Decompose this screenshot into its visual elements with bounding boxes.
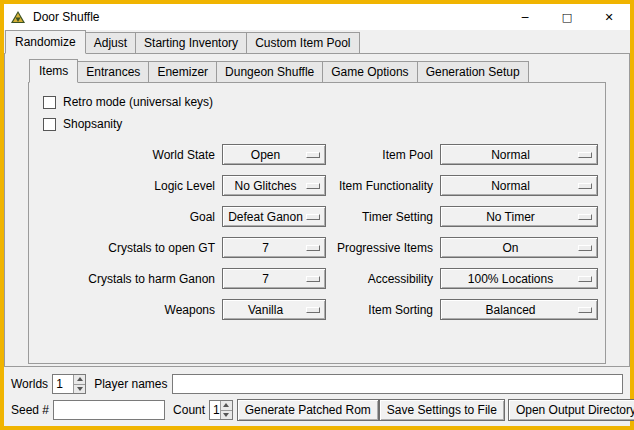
weapons-label: Weapons bbox=[43, 303, 215, 317]
crystals-open-gt-label: Crystals to open GT bbox=[43, 241, 215, 255]
dropdown-indicator-icon bbox=[306, 245, 320, 251]
worlds-label: Worlds bbox=[11, 377, 48, 391]
count-spinbox[interactable]: 1 bbox=[209, 400, 233, 420]
maximize-button[interactable]: □ bbox=[546, 4, 588, 30]
accessibility-value: 100% Locations bbox=[468, 272, 553, 286]
tab-adjust[interactable]: Adjust bbox=[85, 32, 136, 54]
worlds-row: Worlds 1 Player names bbox=[8, 374, 625, 394]
dropdown-indicator-icon bbox=[578, 214, 592, 220]
client-area: Randomize Adjust Starting Inventory Cust… bbox=[4, 30, 630, 426]
window-controls: ─ □ ✕ bbox=[504, 4, 630, 30]
retro-mode-checkbox[interactable]: Retro mode (universal keys) bbox=[43, 91, 601, 113]
goal-value: Defeat Ganon bbox=[228, 210, 303, 224]
count-value: 1 bbox=[210, 401, 220, 419]
checkbox-box bbox=[43, 118, 56, 131]
timer-setting-dropdown[interactable]: No Timer bbox=[440, 206, 598, 227]
app-icon bbox=[10, 9, 26, 25]
checkbox-box bbox=[43, 96, 56, 109]
goal-dropdown[interactable]: Defeat Ganon bbox=[222, 206, 326, 227]
seed-row: Seed # Count 1 Generate Patched Rom Save… bbox=[8, 399, 625, 421]
bottom-bar: Worlds 1 Player names Seed # Count 1 bbox=[4, 367, 630, 421]
items-pane: Retro mode (universal keys) Shopsanity W… bbox=[28, 82, 606, 364]
progressive-items-dropdown[interactable]: On bbox=[440, 237, 598, 258]
crystals-open-gt-value: 7 bbox=[262, 241, 269, 255]
dropdown-indicator-icon bbox=[306, 307, 320, 313]
dropdown-indicator-icon bbox=[306, 152, 320, 158]
dropdown-indicator-icon bbox=[578, 307, 592, 313]
progressive-items-label: Progressive Items bbox=[333, 241, 433, 255]
tab-items[interactable]: Items bbox=[29, 59, 78, 83]
crystals-harm-ganon-value: 7 bbox=[262, 272, 269, 286]
retro-mode-label: Retro mode (universal keys) bbox=[63, 95, 213, 109]
dropdown-indicator-icon bbox=[578, 276, 592, 282]
tab-generation-setup[interactable]: Generation Setup bbox=[417, 61, 529, 83]
weapons-value: Vanilla bbox=[248, 303, 283, 317]
main-tabstrip: Randomize Adjust Starting Inventory Cust… bbox=[4, 30, 630, 54]
tab-enemizer[interactable]: Enemizer bbox=[148, 61, 217, 83]
shopsanity-label: Shopsanity bbox=[63, 117, 122, 131]
worlds-value: 1 bbox=[53, 375, 73, 393]
seed-input[interactable] bbox=[53, 400, 165, 420]
tab-game-options[interactable]: Game Options bbox=[322, 61, 417, 83]
goal-label: Goal bbox=[43, 210, 215, 224]
player-names-label: Player names bbox=[94, 377, 167, 391]
item-sorting-label: Item Sorting bbox=[333, 303, 433, 317]
dropdown-indicator-icon bbox=[306, 276, 320, 282]
window: Door Shuffle ─ □ ✕ Randomize Adjust Star… bbox=[0, 0, 634, 430]
dropdown-indicator-icon bbox=[306, 183, 320, 189]
randomize-pane: Items Entrances Enemizer Dungeon Shuffle… bbox=[4, 53, 630, 367]
tab-starting-inventory[interactable]: Starting Inventory bbox=[135, 32, 247, 54]
crystals-open-gt-dropdown[interactable]: 7 bbox=[222, 237, 326, 258]
generate-patched-rom-button[interactable]: Generate Patched Rom bbox=[237, 399, 379, 421]
worlds-spinbox[interactable]: 1 bbox=[52, 374, 86, 394]
item-sorting-value: Balanced bbox=[485, 303, 535, 317]
seed-label: Seed # bbox=[11, 403, 49, 417]
options-grid: World State Open Item Pool Normal Logic … bbox=[37, 144, 601, 320]
player-names-input[interactable] bbox=[172, 374, 624, 394]
shopsanity-checkbox[interactable]: Shopsanity bbox=[43, 113, 601, 135]
item-functionality-value: Normal bbox=[491, 179, 530, 193]
spinner-arrows bbox=[220, 401, 232, 419]
tab-entrances[interactable]: Entrances bbox=[77, 61, 149, 83]
crystals-harm-ganon-label: Crystals to harm Ganon bbox=[43, 272, 215, 286]
minimize-button[interactable]: ─ bbox=[504, 4, 546, 30]
dropdown-indicator-icon bbox=[306, 214, 320, 220]
titlebar: Door Shuffle ─ □ ✕ bbox=[4, 4, 630, 30]
world-state-dropdown[interactable]: Open bbox=[222, 144, 326, 165]
save-settings-button[interactable]: Save Settings to File bbox=[379, 399, 505, 421]
dropdown-indicator-icon bbox=[578, 152, 592, 158]
dropdown-indicator-icon bbox=[578, 183, 592, 189]
world-state-value: Open bbox=[251, 148, 280, 162]
world-state-label: World State bbox=[43, 148, 215, 162]
progressive-items-value: On bbox=[502, 241, 518, 255]
logic-level-dropdown[interactable]: No Glitches bbox=[222, 175, 326, 196]
timer-setting-value: No Timer bbox=[486, 210, 535, 224]
spin-down-arrow-icon[interactable] bbox=[73, 384, 85, 394]
item-pool-value: Normal bbox=[491, 148, 530, 162]
item-pool-dropdown[interactable]: Normal bbox=[440, 144, 598, 165]
timer-setting-label: Timer Setting bbox=[333, 210, 433, 224]
sub-tabstrip: Items Entrances Enemizer Dungeon Shuffle… bbox=[28, 59, 606, 83]
window-title: Door Shuffle bbox=[33, 10, 100, 24]
item-functionality-label: Item Functionality bbox=[333, 179, 433, 193]
spin-up-arrow-icon[interactable] bbox=[73, 375, 85, 384]
tab-randomize[interactable]: Randomize bbox=[5, 30, 86, 54]
tab-custom-item-pool[interactable]: Custom Item Pool bbox=[246, 32, 359, 54]
logic-level-label: Logic Level bbox=[43, 179, 215, 193]
spin-up-arrow-icon[interactable] bbox=[220, 401, 232, 410]
close-button[interactable]: ✕ bbox=[588, 4, 630, 30]
spinner-arrows bbox=[73, 375, 85, 393]
item-functionality-dropdown[interactable]: Normal bbox=[440, 175, 598, 196]
count-label: Count bbox=[173, 403, 205, 417]
item-pool-label: Item Pool bbox=[333, 148, 433, 162]
open-output-directory-button[interactable]: Open Output Directory bbox=[508, 399, 634, 421]
logic-level-value: No Glitches bbox=[234, 179, 296, 193]
spin-down-arrow-icon[interactable] bbox=[220, 410, 232, 420]
accessibility-dropdown[interactable]: 100% Locations bbox=[440, 268, 598, 289]
item-sorting-dropdown[interactable]: Balanced bbox=[440, 299, 598, 320]
accessibility-label: Accessibility bbox=[333, 272, 433, 286]
weapons-dropdown[interactable]: Vanilla bbox=[222, 299, 326, 320]
tab-dungeon-shuffle[interactable]: Dungeon Shuffle bbox=[216, 61, 323, 83]
dropdown-indicator-icon bbox=[578, 245, 592, 251]
crystals-harm-ganon-dropdown[interactable]: 7 bbox=[222, 268, 326, 289]
